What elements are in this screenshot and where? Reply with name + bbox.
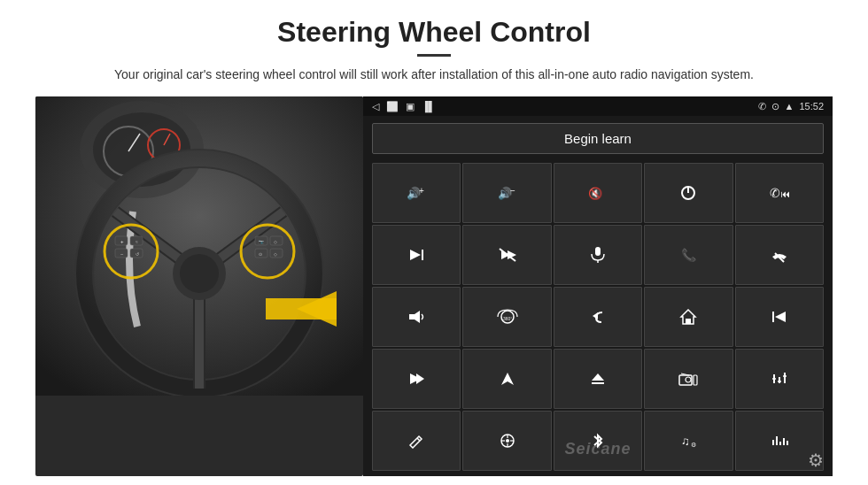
svg-marker-55 [409,311,420,323]
back-button[interactable] [554,287,642,347]
equalizer-button[interactable] [735,349,824,409]
mute-button[interactable]: 🔇 [554,163,642,223]
svg-text:♫: ♫ [681,435,690,448]
svg-rect-47 [422,250,423,260]
svg-text:◇: ◇ [274,251,277,257]
svg-rect-76 [778,381,781,382]
svg-rect-67 [592,382,604,384]
ff-mute-button[interactable] [462,225,551,285]
head-unit-panel: ◁ ⬜ ▣ ▐▌ ✆ ⊙ ▲ 15:52 Begin learn [363,96,833,476]
svg-point-16 [180,254,219,293]
svg-marker-58 [593,312,598,319]
svg-rect-77 [783,375,787,377]
begin-learn-button[interactable]: Begin learn [372,123,824,154]
location-status-icon: ⊙ [771,101,779,112]
status-bar: ◁ ⬜ ▣ ▐▌ ✆ ⊙ ▲ 15:52 [363,96,833,116]
eject-button[interactable] [554,349,642,409]
360-camera-button[interactable]: 360° [462,287,551,347]
svg-marker-66 [592,373,604,381]
vol-down-button[interactable]: 🔊− [462,163,551,223]
svg-marker-46 [410,250,421,260]
edit-button[interactable] [372,411,461,471]
title-divider [417,54,451,57]
radio-button[interactable] [644,349,732,409]
svg-text:⚙: ⚙ [691,442,696,448]
svg-marker-61 [775,312,786,322]
svg-text:↺: ↺ [136,251,139,257]
call-button[interactable]: 📞 [644,225,732,285]
svg-rect-60 [686,319,691,324]
content-row: + ≈ − ↺ 📷 ◇ ⊙ ◇ [35,96,833,476]
mic-button[interactable] [554,225,642,285]
svg-text:360°: 360° [503,316,512,321]
begin-learn-row: Begin learn [363,116,833,161]
home-nav-icon[interactable]: ⬜ [386,101,399,112]
end-call-button[interactable] [735,225,824,285]
bluetooth-button[interactable] [554,411,642,471]
recents-nav-icon[interactable]: ▣ [406,101,415,112]
svg-marker-65 [501,373,514,385]
svg-text:🔇: 🔇 [588,186,603,201]
page-subtitle: Your original car's steering wheel contr… [114,65,754,84]
skip-fwd-button[interactable] [372,349,461,409]
svg-text:−: − [510,186,515,196]
home-button[interactable] [644,287,732,347]
prev-chapter-button[interactable] [735,287,824,347]
svg-rect-51 [595,247,601,256]
page-title: Steering Wheel Control [277,16,591,49]
svg-point-80 [506,439,509,443]
svg-rect-75 [772,378,776,380]
svg-text:⊙: ⊙ [259,251,262,257]
next-track-button[interactable] [372,225,461,285]
status-bar-right: ✆ ⊙ ▲ 15:52 [758,101,824,112]
power-button[interactable] [644,163,732,223]
svg-text:📞: 📞 [681,248,697,263]
prev-skip-button[interactable]: ✆⏮ [735,163,824,223]
settings-gear-icon[interactable]: ⚙ [808,450,824,471]
svg-rect-36 [266,298,337,319]
music-button[interactable]: ♫ ⚙ [644,411,732,471]
svg-text:−: − [120,251,124,257]
svg-text:⏮: ⏮ [780,189,789,199]
vol-up-button[interactable]: 🔊+ [372,163,461,223]
svg-point-69 [686,377,691,382]
controls-grid: 🔊+ 🔊− 🔇 ✆⏮ [363,161,833,476]
time-display: 15:52 [799,101,824,112]
horn-button[interactable] [372,287,461,347]
nav-button[interactable] [462,349,551,409]
svg-text:+: + [419,186,424,196]
svg-rect-62 [772,312,774,322]
phone-status-icon: ✆ [758,101,766,112]
back-nav-icon[interactable]: ◁ [372,101,379,112]
svg-text:◇: ◇ [274,239,277,244]
svg-text:✆: ✆ [770,186,780,200]
steering-wheel-image: + ≈ − ↺ 📷 ◇ ⊙ ◇ [35,96,363,476]
svg-rect-70 [694,375,697,385]
status-bar-left: ◁ ⬜ ▣ ▐▌ [372,101,436,112]
svg-marker-64 [416,373,424,384]
svg-text:📷: 📷 [259,239,265,245]
signal-icon: ▐▌ [422,101,436,112]
svg-line-78 [417,438,420,441]
page-wrapper: Steering Wheel Control Your original car… [0,0,868,485]
menu-button[interactable] [462,411,551,471]
wifi-status-icon: ▲ [785,101,794,112]
svg-text:+: + [120,239,124,244]
svg-text:≈: ≈ [136,239,138,244]
